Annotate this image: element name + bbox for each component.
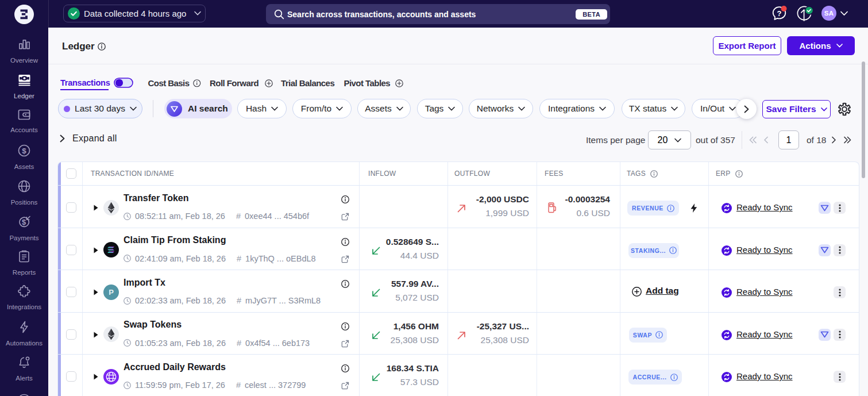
svg-text:$: $ <box>22 147 26 155</box>
svg-text:?: ? <box>777 9 782 18</box>
svg-text:P: P <box>109 288 114 297</box>
svg-text:$: $ <box>22 218 26 226</box>
